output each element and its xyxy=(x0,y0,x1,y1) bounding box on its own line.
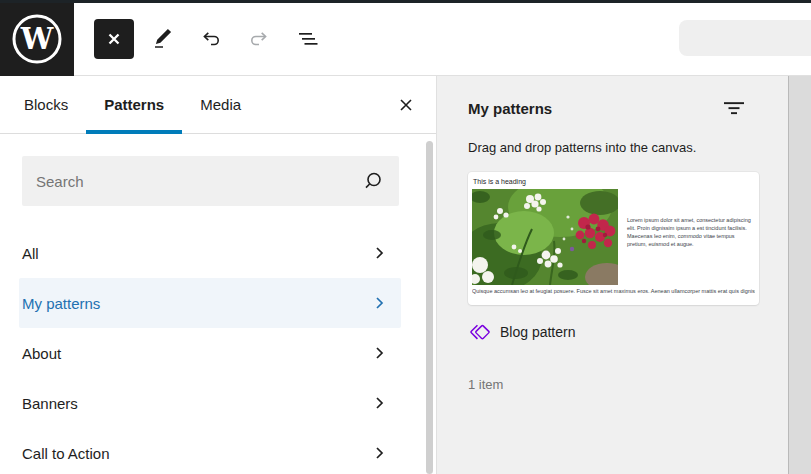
pattern-count: 1 item xyxy=(468,377,748,392)
close-icon xyxy=(104,29,124,49)
list-view-icon xyxy=(295,27,319,51)
close-icon xyxy=(397,96,415,114)
category-label: All xyxy=(22,245,39,262)
inserter-tabs: Blocks Patterns Media xyxy=(0,76,436,134)
preview-heading: This is a heading xyxy=(473,177,755,186)
undo-button[interactable] xyxy=(187,15,235,63)
chevron-right-icon xyxy=(367,341,391,365)
wordpress-block-editor: W xyxy=(0,0,811,474)
category-all[interactable]: All xyxy=(19,228,401,278)
category-call-to-action[interactable]: Call to Action xyxy=(19,428,401,474)
editor-topbar: W xyxy=(0,3,811,76)
chevron-right-icon xyxy=(367,241,391,265)
category-label: Banners xyxy=(22,395,78,412)
chevron-right-icon xyxy=(367,441,391,465)
category-my-patterns[interactable]: My patterns xyxy=(19,278,401,328)
pattern-label-row: Blog pattern xyxy=(468,320,748,344)
pattern-preview-card[interactable]: This is a heading xyxy=(468,172,759,305)
synced-pattern-icon xyxy=(468,320,492,344)
category-label: My patterns xyxy=(22,295,100,312)
svg-text:W: W xyxy=(20,22,54,56)
redo-button[interactable] xyxy=(235,15,283,63)
tab-media[interactable]: Media xyxy=(182,76,259,133)
pencil-icon xyxy=(151,27,175,51)
chevron-right-icon xyxy=(367,391,391,415)
scrollbar[interactable] xyxy=(426,141,433,474)
pattern-preview-image xyxy=(472,189,618,285)
filter-button[interactable] xyxy=(720,96,748,120)
search-input[interactable] xyxy=(36,173,361,190)
category-about[interactable]: About xyxy=(19,328,401,378)
inserter-panel: Blocks Patterns Media All xyxy=(0,76,437,474)
category-banners[interactable]: Banners xyxy=(19,378,401,428)
category-label: Call to Action xyxy=(22,445,110,462)
list-view-button[interactable] xyxy=(283,15,331,63)
close-inserter-button[interactable] xyxy=(390,89,422,121)
wordpress-logo-button[interactable]: W xyxy=(0,3,74,76)
edit-mode-button[interactable] xyxy=(139,15,187,63)
pattern-search xyxy=(22,156,399,206)
preview-caption-text: Quisque accumsan leo at feugiat posuere.… xyxy=(472,288,755,294)
redo-icon xyxy=(247,27,271,51)
undo-icon xyxy=(199,27,223,51)
editor-toolbar xyxy=(74,15,331,63)
wordpress-logo-icon: W xyxy=(10,12,64,66)
pattern-name: Blog pattern xyxy=(500,324,576,340)
pattern-category-list: All My patterns About xyxy=(19,228,401,474)
document-title-placeholder[interactable] xyxy=(679,20,811,56)
inserter-toggle-button[interactable] xyxy=(94,19,134,59)
panel-title: My patterns xyxy=(468,100,552,117)
filter-icon xyxy=(722,96,746,120)
preview-body-text: Lorem ipsum dolor sit amet, consectetur … xyxy=(627,216,751,248)
search-icon xyxy=(361,169,385,193)
tab-patterns[interactable]: Patterns xyxy=(86,76,182,133)
chevron-right-icon xyxy=(367,291,391,315)
editor-canvas-edge[interactable] xyxy=(788,76,811,474)
patterns-preview-panel: My patterns Drag and drop patterns into … xyxy=(437,76,788,474)
editor-body: Blocks Patterns Media All xyxy=(0,76,811,474)
panel-hint: Drag and drop patterns into the canvas. xyxy=(468,140,748,155)
category-label: About xyxy=(22,345,61,362)
tab-blocks[interactable]: Blocks xyxy=(6,76,86,133)
